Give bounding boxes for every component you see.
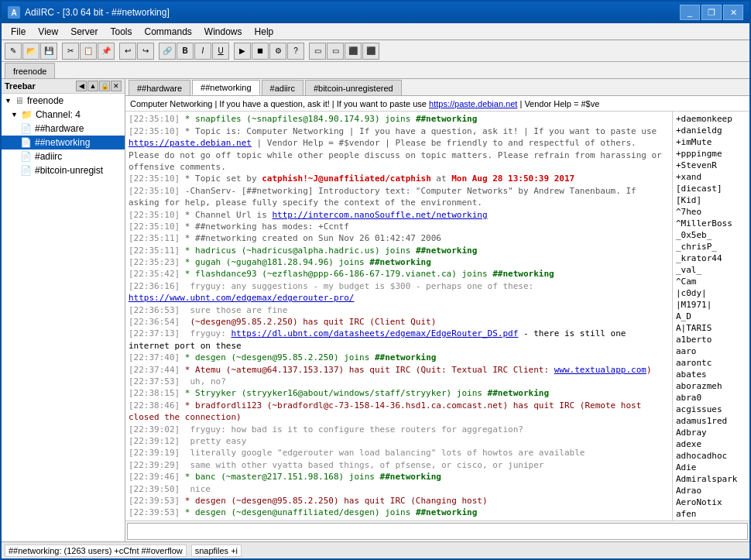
user-item[interactable]: afen xyxy=(674,508,748,520)
msg-time: [22:39:53] xyxy=(129,496,180,506)
user-item[interactable]: a1berto xyxy=(674,334,748,345)
user-item[interactable]: AeroNotix xyxy=(674,496,748,508)
user-item[interactable]: abra0 xyxy=(674,392,748,404)
sidebar-item-hardware[interactable]: 📄 ##hardware xyxy=(2,122,125,136)
toolbar-stop[interactable]: ⏹ xyxy=(252,43,269,60)
user-item[interactable]: [Kid] xyxy=(674,194,748,206)
msg-link[interactable]: https://www.ubnt.com/edgemax/edgerouter-… xyxy=(129,293,354,303)
minimize-button[interactable]: _ xyxy=(680,5,700,20)
user-item[interactable]: acgissues xyxy=(674,404,748,415)
sidebar-close-btn[interactable]: ✕ xyxy=(111,81,122,91)
sidebar-up-btn[interactable]: ▲ xyxy=(87,81,98,91)
toolbar-redo[interactable]: ↪ xyxy=(137,43,154,60)
menu-windows[interactable]: Windows xyxy=(198,23,249,40)
message-line: [22:39:53] * desgen (~desgen@unaffiliate… xyxy=(129,507,669,518)
user-item[interactable]: aarontc xyxy=(674,357,748,369)
toolbar-new[interactable]: ✎ xyxy=(5,43,22,60)
user-item[interactable]: [diecast] xyxy=(674,183,748,194)
user-item[interactable]: aborazmeh xyxy=(674,380,748,392)
user-item[interactable]: ^MillerBoss xyxy=(674,218,748,229)
user-item[interactable]: adhocadhoc xyxy=(674,450,748,462)
menu-server[interactable]: Server xyxy=(64,23,104,40)
sidebar-item-networking[interactable]: 📄 ##networking xyxy=(2,136,125,149)
msg-link[interactable]: www.textualapp.com xyxy=(554,365,646,375)
user-item[interactable]: adamus1red xyxy=(674,415,748,427)
user-item[interactable]: Adie xyxy=(674,462,748,473)
sidebar-item-bitcoin[interactable]: 📄 #bitcoin-unregist xyxy=(2,163,125,177)
user-item[interactable]: +pppingme xyxy=(674,148,748,160)
msg-link[interactable]: http://intercom.nanoSouffle.net/networki… xyxy=(272,210,487,220)
channel-tab-bitcoin[interactable]: #bitcoin-unregistered xyxy=(305,80,402,95)
user-item[interactable]: adexe xyxy=(674,438,748,450)
msg-link[interactable]: https://paste.debian.net xyxy=(129,138,252,148)
toolbar-pin1[interactable]: ▭ xyxy=(309,43,326,60)
user-item[interactable]: |c0dy| xyxy=(674,287,748,299)
channel-tab-adiirc[interactable]: #adiirc xyxy=(262,80,303,95)
server-tab-freenode[interactable]: freenode xyxy=(5,63,55,78)
sidebar-collapse-btn[interactable]: ◀ xyxy=(76,81,87,91)
user-item[interactable]: |M1971| xyxy=(674,299,748,311)
user-item[interactable]: A|TARIS xyxy=(674,322,748,334)
msg-channel-ref: ##networking xyxy=(369,257,430,267)
toolbar-italic[interactable]: I xyxy=(194,43,211,60)
channel-tab-hardware[interactable]: ##hardware xyxy=(129,80,190,95)
user-item[interactable]: Admiralspark xyxy=(674,473,748,485)
toolbar-help[interactable]: ? xyxy=(287,43,304,60)
menu-help[interactable]: Help xyxy=(249,23,280,40)
toolbar-paste[interactable]: 📌 xyxy=(98,43,115,60)
user-item[interactable]: Adbray xyxy=(674,427,748,438)
msg-channel-ref: ##networking xyxy=(375,352,436,362)
sidebar-lock-btn[interactable]: 🔒 xyxy=(99,81,110,91)
menu-view[interactable]: View xyxy=(32,23,64,40)
toolbar-copy[interactable]: 📋 xyxy=(80,43,97,60)
toolbar-bold[interactable]: B xyxy=(177,43,194,60)
sidebar-item-freenode[interactable]: ▼ 🖥 freenode xyxy=(2,94,125,108)
user-item[interactable]: +StevenR xyxy=(674,160,748,171)
channel-tab-networking[interactable]: ##networking xyxy=(192,80,259,95)
toolbar-save[interactable]: 💾 xyxy=(40,43,57,60)
topic-bar: Computer Networking | If you have a ques… xyxy=(125,96,749,112)
user-item[interactable]: ^7heo xyxy=(674,206,748,218)
user-item[interactable]: _chrisP_ xyxy=(674,241,748,253)
topic-link[interactable]: https://paste.debian.net xyxy=(429,99,517,108)
user-item[interactable]: _0x5eb_ xyxy=(674,229,748,241)
restore-button[interactable]: ❐ xyxy=(701,5,722,20)
toolbar-underline[interactable]: U xyxy=(212,43,229,60)
toolbar-box1[interactable]: ⬛ xyxy=(345,43,362,60)
user-item[interactable]: _val_ xyxy=(674,264,748,276)
menu-tools[interactable]: Tools xyxy=(104,23,138,40)
sidebar-item-adiirc[interactable]: 📄 #adiirc xyxy=(2,149,125,163)
toolbar-cut[interactable]: ✂ xyxy=(62,43,79,60)
user-item[interactable]: ^Cam xyxy=(674,276,748,287)
menu-file[interactable]: File xyxy=(5,23,32,40)
sidebar-item-channel-group[interactable]: ▼ 📁 Channel: 4 xyxy=(2,108,125,122)
user-item[interactable]: Adrao xyxy=(674,485,748,496)
user-item[interactable]: +xand xyxy=(674,171,748,183)
message-line: [22:37:53] uh, no? xyxy=(129,376,669,387)
user-item[interactable]: _krator44 xyxy=(674,253,748,264)
msg-time: [22:36:16] xyxy=(129,281,180,291)
chat-input[interactable] xyxy=(127,523,748,540)
toolbar-connect[interactable]: 🔗 xyxy=(159,43,176,60)
menu-commands[interactable]: Commands xyxy=(139,23,198,40)
user-item[interactable]: aaro xyxy=(674,345,748,357)
msg-system-text: * Topic is: Computer Networking | If you… xyxy=(180,126,662,136)
messages-pane[interactable]: [22:35:10] * Now talking in: ##networkin… xyxy=(125,112,672,520)
toolbar-pin2[interactable]: ▭ xyxy=(327,43,344,60)
toolbar-open[interactable]: 📂 xyxy=(22,43,39,60)
msg-chat-text: fryguy: any suggestions - my budget is $… xyxy=(180,281,539,291)
msg-chat-text: sure those are fine xyxy=(180,305,287,315)
toolbar-settings[interactable]: ⚙ xyxy=(269,43,286,60)
msg-link[interactable]: https://dl.ubnt.com/datasheets/edgemax/E… xyxy=(231,328,518,338)
user-item[interactable]: A_D xyxy=(674,311,748,322)
close-button[interactable]: ✕ xyxy=(723,5,743,20)
user-item[interactable]: +imMute xyxy=(674,136,748,148)
toolbar-box2[interactable]: ⬛ xyxy=(362,43,379,60)
toolbar-play[interactable]: ▶ xyxy=(234,43,251,60)
user-item[interactable]: +daemonkeep xyxy=(674,113,748,125)
user-item[interactable]: +danieldg xyxy=(674,125,748,136)
user-item[interactable]: abates xyxy=(674,369,748,380)
msg-time: [22:35:42] xyxy=(129,269,180,279)
msg-time: [22:39:50] xyxy=(129,484,180,494)
toolbar-undo[interactable]: ↩ xyxy=(119,43,136,60)
